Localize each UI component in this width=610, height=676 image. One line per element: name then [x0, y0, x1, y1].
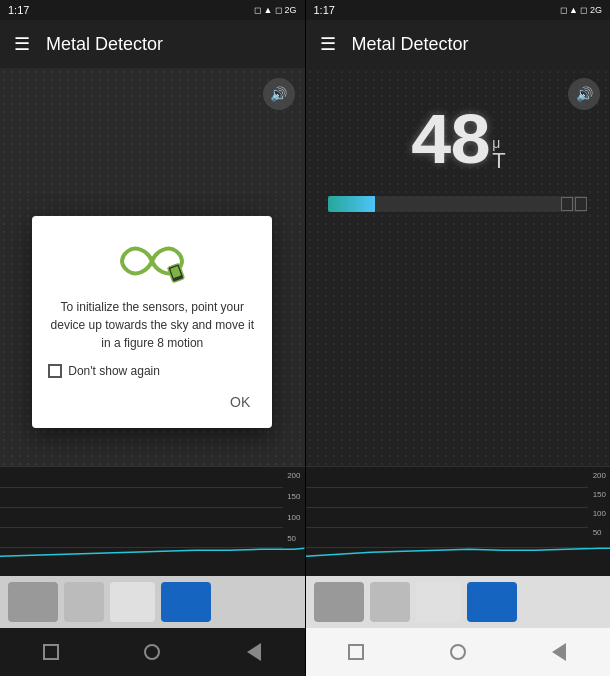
- right-status-bar: 1:17 ◻ ▲ ◻ 2G: [306, 0, 611, 20]
- right-chart-area: 200 150 100 50: [306, 466, 611, 576]
- left-app-bar: ☰ Metal Detector: [0, 20, 305, 68]
- left-status-bar: 1:17 ◻ ▲ ◻ 2G: [0, 0, 305, 20]
- right-nav-back-icon: [552, 643, 566, 661]
- right-chart-svg: [306, 467, 611, 576]
- sensor-value: 48: [410, 108, 488, 180]
- left-menu-icon[interactable]: ☰: [14, 33, 30, 55]
- init-dialog: To initialize the sensors, point your de…: [32, 216, 272, 428]
- left-nav-bar: [0, 628, 305, 676]
- left-app-title: Metal Detector: [46, 34, 163, 55]
- right-status-time: 1:17: [314, 4, 335, 16]
- recent-app-2[interactable]: [64, 582, 104, 622]
- dialog-text: To initialize the sensors, point your de…: [48, 298, 256, 352]
- left-status-time: 1:17: [8, 4, 29, 16]
- right-status-icon-text: ◻ ▲ ◻ 2G: [560, 5, 602, 15]
- right-nav-home-button[interactable]: [438, 632, 478, 672]
- right-app-title: Metal Detector: [352, 34, 469, 55]
- unit-T: T: [492, 150, 505, 172]
- right-recent-apps: [306, 576, 611, 628]
- left-status-icon-text: ◻ ▲ ◻ 2G: [254, 5, 296, 15]
- progress-tick-2: [575, 197, 587, 211]
- progress-bar-fill: [328, 196, 375, 212]
- dont-show-checkbox[interactable]: [48, 364, 62, 378]
- sensor-display: 48 μ T: [410, 108, 506, 180]
- right-nav-back-button[interactable]: [539, 632, 579, 672]
- recent-app-4[interactable]: [161, 582, 211, 622]
- right-sound-icon: 🔊: [576, 86, 593, 102]
- dialog-overlay: To initialize the sensors, point your de…: [0, 68, 305, 576]
- sensor-unit: μ T: [492, 136, 505, 180]
- right-nav-square-icon: [348, 644, 364, 660]
- right-recent-app-4[interactable]: [467, 582, 517, 622]
- right-menu-icon[interactable]: ☰: [320, 33, 336, 55]
- left-phone: 1:17 ◻ ▲ ◻ 2G ☰ Metal Detector 🔊: [0, 0, 305, 676]
- right-recent-app-2[interactable]: [370, 582, 410, 622]
- dialog-ok-button[interactable]: OK: [224, 390, 256, 414]
- left-nav-home-button[interactable]: [132, 632, 172, 672]
- left-nav-square-button[interactable]: [31, 632, 71, 672]
- left-nav-square-icon: [43, 644, 59, 660]
- right-recent-app-1[interactable]: [314, 582, 364, 622]
- dialog-icon-area: [112, 236, 192, 286]
- infinity-icon: [112, 237, 192, 285]
- dialog-checkbox-row: Don't show again: [48, 364, 160, 378]
- left-status-icons: ◻ ▲ ◻ 2G: [254, 5, 296, 15]
- dont-show-label: Don't show again: [68, 364, 160, 378]
- left-nav-back-icon: [247, 643, 261, 661]
- right-status-icons: ◻ ▲ ◻ 2G: [560, 5, 602, 15]
- right-recent-app-3[interactable]: [416, 582, 461, 622]
- progress-bar-end: [561, 197, 587, 211]
- right-phone: 1:17 ◻ ▲ ◻ 2G ☰ Metal Detector 🔊 48 μ T: [306, 0, 611, 676]
- right-sound-button[interactable]: 🔊: [568, 78, 600, 110]
- left-app-content: 🔊 To initialize the sensors, point your …: [0, 68, 305, 576]
- progress-tick-1: [561, 197, 573, 211]
- left-recent-apps: [0, 576, 305, 628]
- right-app-content: 🔊 48 μ T: [306, 68, 611, 576]
- reading-area: 48 μ T: [306, 68, 611, 212]
- right-nav-circle-icon: [450, 644, 466, 660]
- recent-app-1[interactable]: [8, 582, 58, 622]
- right-nav-bar: [306, 628, 611, 676]
- recent-app-3[interactable]: [110, 582, 155, 622]
- left-nav-back-button[interactable]: [234, 632, 274, 672]
- progress-bar-container: [328, 196, 587, 212]
- right-nav-square-button[interactable]: [336, 632, 376, 672]
- right-app-bar: ☰ Metal Detector: [306, 20, 611, 68]
- left-nav-circle-icon: [144, 644, 160, 660]
